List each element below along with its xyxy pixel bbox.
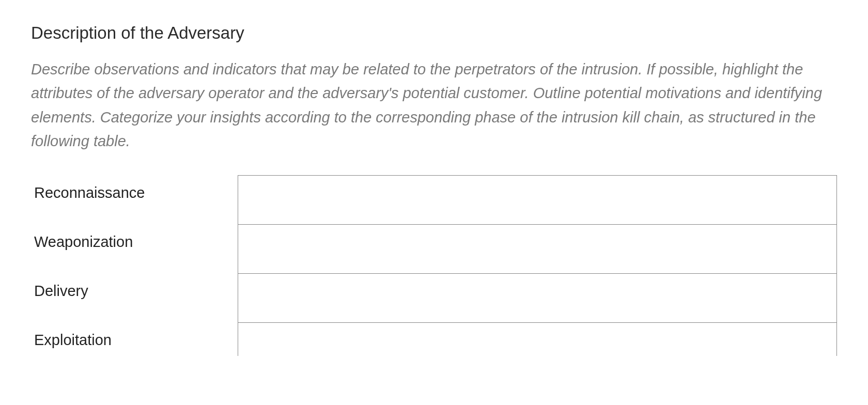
exploitation-input[interactable] (238, 323, 837, 354)
section-title: Description of the Adversary (31, 23, 837, 43)
phase-label-weaponization: Weaponization (31, 224, 238, 273)
table-row: Exploitation (31, 322, 837, 356)
reconnaissance-input[interactable] (238, 176, 837, 222)
section-description: Describe observations and indicators tha… (31, 57, 837, 153)
phase-input-cell (238, 175, 837, 224)
phase-label-reconnaissance: Reconnaissance (31, 175, 238, 224)
delivery-input[interactable] (238, 274, 837, 320)
phase-label-delivery: Delivery (31, 273, 238, 322)
phase-input-cell (238, 224, 837, 273)
weaponization-input[interactable] (238, 225, 837, 271)
table-row: Weaponization (31, 224, 837, 273)
kill-chain-table: Reconnaissance Weaponization Delivery Ex… (31, 175, 837, 356)
phase-input-cell (238, 322, 837, 356)
phase-label-exploitation: Exploitation (31, 322, 238, 356)
table-row: Delivery (31, 273, 837, 322)
table-row: Reconnaissance (31, 175, 837, 224)
phase-input-cell (238, 273, 837, 322)
